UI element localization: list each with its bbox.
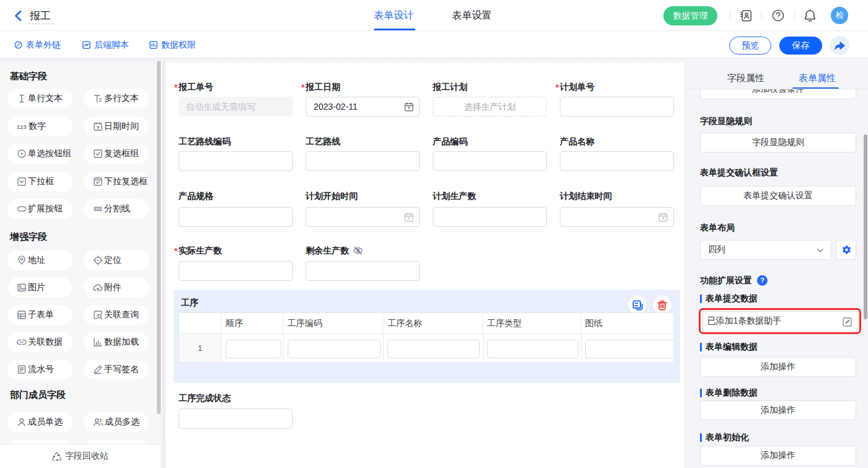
svg-text:?: ? [760, 276, 764, 284]
svg-text:123: 123 [17, 123, 27, 130]
